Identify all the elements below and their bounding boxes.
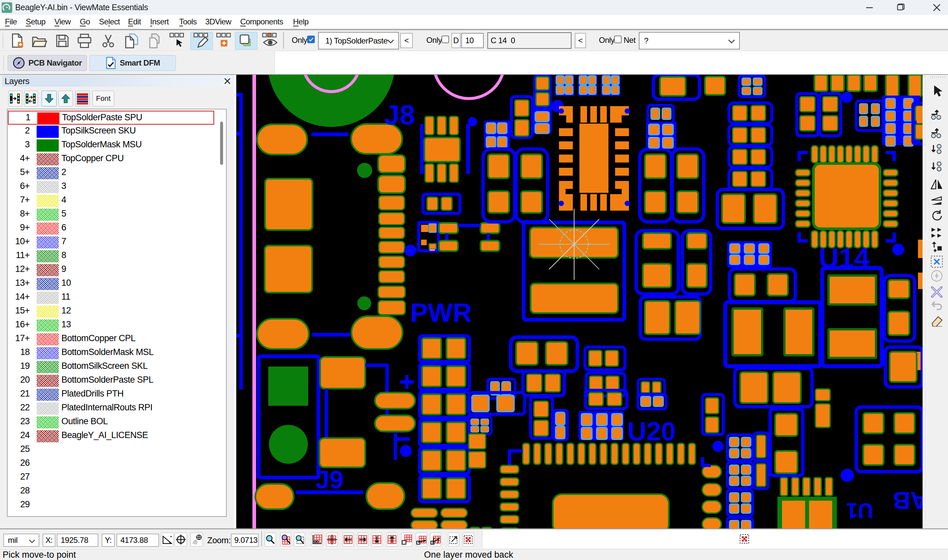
svg-text:AB: AB [892, 487, 925, 514]
svg-text:U1: U1 [846, 499, 873, 522]
svg-text:J8: J8 [384, 99, 415, 130]
svg-text:PWR: PWR [410, 298, 472, 327]
svg-text:J9: J9 [315, 465, 343, 494]
svg-text:U20: U20 [627, 417, 676, 446]
